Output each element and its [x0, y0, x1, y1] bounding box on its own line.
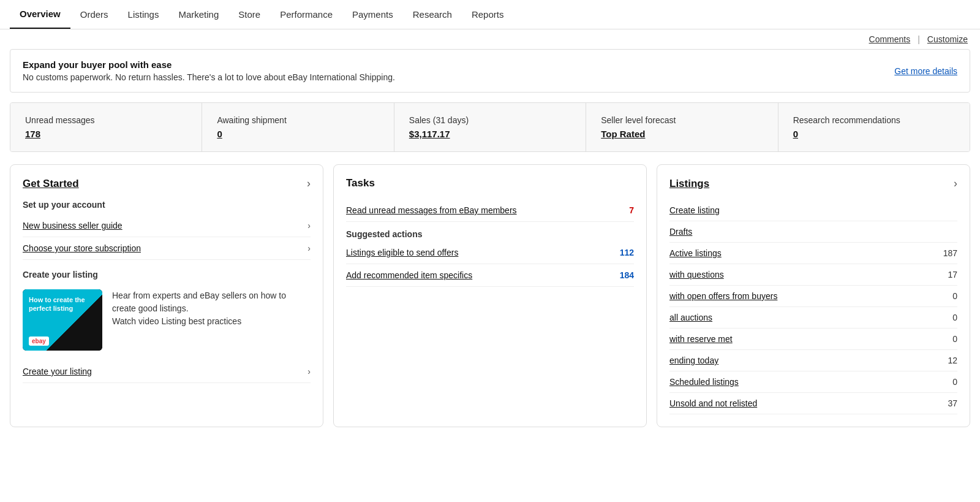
main-nav: Overview Orders Listings Marketing Store… [0, 0, 980, 29]
reserve-met-count: 0 [952, 334, 957, 344]
banner-heading: Expand your buyer pool with ease [23, 59, 395, 70]
scheduled-listings-link[interactable]: Scheduled listings [669, 377, 739, 387]
listings-card: Listings › Create listing Drafts Active … [657, 164, 970, 427]
open-offers-link[interactable]: with open offers from buyers [669, 291, 777, 301]
create-your-listing-link[interactable]: Create your listing [23, 367, 92, 376]
task-item-specifics-row: Add recommended item specifics 184 [346, 264, 634, 287]
active-listings-row: Active listings 187 [669, 243, 957, 264]
video-description: Hear from experts and eBay sellers on ho… [112, 289, 311, 315]
drafts-row: Drafts [669, 221, 957, 243]
unsold-not-relisted-count: 37 [948, 398, 957, 408]
nav-research[interactable]: Research [403, 1, 462, 28]
stat-research-value[interactable]: 0 [793, 129, 955, 139]
new-business-arrow-icon: › [307, 221, 311, 230]
stat-unread-messages-label: Unread messages [25, 115, 187, 125]
stat-unread-messages-value[interactable]: 178 [25, 129, 187, 139]
task-unread-messages-row: Read unread messages from eBay members 7 [346, 199, 634, 222]
unsold-not-relisted-row: Unsold and not relisted 37 [669, 393, 957, 414]
create-your-listing-row[interactable]: Create your listing › [23, 360, 311, 383]
banner-text: Expand your buyer pool with ease No cust… [23, 59, 395, 82]
tasks-title: Tasks [346, 177, 375, 189]
active-listings-count: 187 [943, 248, 957, 258]
task-item-specifics-link[interactable]: Add recommended item specifics [346, 270, 472, 280]
stat-sales-label: Sales (31 days) [409, 115, 571, 125]
video-section: How to create the perfect listing ebay H… [23, 289, 311, 351]
ending-today-count: 12 [948, 356, 957, 365]
choose-store-link[interactable]: Choose your store subscription [23, 243, 141, 253]
open-offers-count: 0 [952, 291, 957, 301]
stat-sales-value[interactable]: $3,117.17 [409, 129, 571, 139]
nav-listings[interactable]: Listings [118, 1, 169, 28]
stat-awaiting-shipment: Awaiting shipment 0 [202, 103, 394, 151]
all-auctions-row: all auctions 0 [669, 307, 957, 329]
video-thumbnail[interactable]: How to create the perfect listing ebay [23, 289, 102, 351]
video-desc-block: Hear from experts and eBay sellers on ho… [112, 289, 311, 328]
stat-seller-level-label: Seller level forecast [601, 115, 763, 125]
get-started-arrow-icon[interactable]: › [307, 177, 311, 190]
choose-store-arrow-icon: › [307, 243, 311, 253]
task-item-specifics-count: 184 [620, 270, 634, 280]
unsold-not-relisted-link[interactable]: Unsold and not relisted [669, 398, 757, 408]
get-started-header: Get Started › [23, 177, 311, 190]
ending-today-link[interactable]: ending today [669, 356, 718, 365]
task-unread-messages-link[interactable]: Read unread messages from eBay members [346, 205, 517, 215]
listing-best-practices-link[interactable]: Listing best practices [161, 316, 241, 326]
create-listing-link[interactable]: Create listing [669, 205, 720, 215]
nav-payments[interactable]: Payments [342, 1, 403, 28]
banner-link[interactable]: Get more details [894, 66, 957, 76]
choose-store-row[interactable]: Choose your store subscription › [23, 237, 311, 260]
create-listing-row: Create listing [669, 200, 957, 221]
nav-reports[interactable]: Reports [462, 1, 514, 28]
create-listing-section-label: Create your listing [23, 270, 311, 280]
comments-link[interactable]: Comments [869, 34, 911, 44]
ending-today-row: ending today 12 [669, 350, 957, 371]
active-listings-link[interactable]: Active listings [669, 248, 722, 258]
listings-title[interactable]: Listings [669, 178, 709, 190]
stat-research-label: Research recommendations [793, 115, 955, 125]
with-questions-count: 17 [948, 270, 957, 280]
stat-awaiting-shipment-label: Awaiting shipment [217, 115, 379, 125]
nav-store[interactable]: Store [228, 1, 270, 28]
all-auctions-count: 0 [952, 313, 957, 322]
toolbar: Comments | Customize [0, 29, 980, 49]
all-auctions-link[interactable]: all auctions [669, 313, 712, 322]
video-thumb-text: How to create the perfect listing [29, 295, 102, 313]
tasks-card: Tasks Read unread messages from eBay mem… [333, 164, 647, 427]
get-started-title[interactable]: Get Started [23, 178, 79, 190]
new-business-seller-row[interactable]: New business seller guide › [23, 215, 311, 237]
suggested-actions-label: Suggested actions [346, 222, 634, 241]
listings-arrow-icon[interactable]: › [954, 177, 957, 190]
stats-row: Unread messages 178 Awaiting shipment 0 … [10, 102, 970, 152]
ebay-logo: ebay [29, 337, 49, 346]
drafts-link[interactable]: Drafts [669, 227, 692, 237]
customize-link[interactable]: Customize [927, 34, 968, 44]
listings-header: Listings › [669, 177, 957, 190]
task-listings-offers-count: 112 [620, 248, 634, 257]
set-up-account-label: Set up your account [23, 200, 311, 210]
nav-orders[interactable]: Orders [70, 1, 118, 28]
reserve-met-link[interactable]: with reserve met [669, 334, 733, 344]
stat-seller-level-value[interactable]: Top Rated [601, 129, 763, 139]
create-listing-arrow-icon: › [307, 367, 311, 376]
banner: Expand your buyer pool with ease No cust… [10, 49, 970, 93]
banner-body: No customs paperwork. No return hassles.… [23, 72, 395, 82]
watch-video-link[interactable]: Watch video [112, 316, 159, 326]
nav-performance[interactable]: Performance [270, 1, 342, 28]
task-listings-offers-link[interactable]: Listings eligible to send offers [346, 248, 458, 257]
reserve-met-row: with reserve met 0 [669, 329, 957, 350]
task-unread-count: 7 [629, 205, 634, 215]
with-questions-link[interactable]: with questions [669, 270, 724, 280]
nav-marketing[interactable]: Marketing [168, 1, 228, 28]
with-questions-row: with questions 17 [669, 264, 957, 286]
stat-research: Research recommendations 0 [778, 103, 970, 151]
open-offers-row: with open offers from buyers 0 [669, 286, 957, 307]
stat-awaiting-shipment-value[interactable]: 0 [217, 129, 379, 139]
new-business-seller-link[interactable]: New business seller guide [23, 221, 123, 230]
scheduled-listings-count: 0 [952, 377, 957, 387]
nav-overview[interactable]: Overview [10, 0, 70, 29]
main-grid: Get Started › Set up your account New bu… [10, 164, 970, 427]
toolbar-divider: | [918, 34, 920, 44]
task-listings-offers-row: Listings eligible to send offers 112 [346, 241, 634, 264]
get-started-card: Get Started › Set up your account New bu… [10, 164, 323, 427]
stat-seller-level: Seller level forecast Top Rated [586, 103, 778, 151]
